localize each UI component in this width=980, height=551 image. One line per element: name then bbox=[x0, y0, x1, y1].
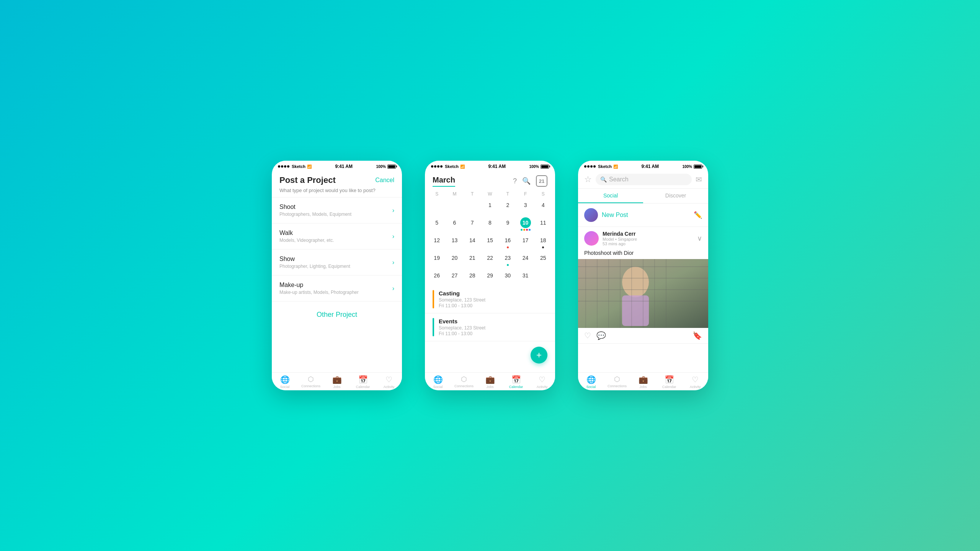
event-time-events: Fri 11:00 - 13:00 bbox=[439, 331, 485, 336]
tab-calendar-3[interactable]: 📅 Calendar bbox=[656, 375, 682, 389]
cal-cell-3[interactable]: 3 bbox=[516, 198, 534, 215]
bookmark-icon[interactable]: 🔖 bbox=[693, 331, 702, 340]
project-sub-shoot: Photographers, Models, Equipment bbox=[279, 212, 351, 217]
event-casting[interactable]: Casting Someplace, 123 Street Fri 11:00 … bbox=[425, 285, 555, 313]
cal-cell-19[interactable]: 19 bbox=[428, 251, 446, 268]
post-user-info: Merinda Cerr Model • Singapore 53 mins a… bbox=[603, 231, 693, 246]
tab-social-3[interactable]: 🌐 Social bbox=[578, 375, 604, 389]
social-icon-3: 🌐 bbox=[586, 375, 596, 384]
cal-cell-26[interactable]: 26 bbox=[428, 269, 446, 285]
signal-dot-3-1 bbox=[584, 165, 586, 168]
cal-num-11: 11 bbox=[538, 217, 549, 228]
fab-add-button[interactable]: + bbox=[531, 347, 547, 364]
cal-days-header: S M T W T F S bbox=[425, 190, 555, 198]
tab-connections-2[interactable]: ⬡ Connections bbox=[451, 375, 477, 389]
cal-cell-8[interactable]: 8 bbox=[481, 216, 499, 233]
like-icon[interactable]: ♡ bbox=[584, 331, 591, 340]
cal-cell-31[interactable]: 31 bbox=[516, 269, 534, 285]
cal-cell-2[interactable]: 2 bbox=[499, 198, 516, 215]
project-title-walk: Walk bbox=[279, 230, 334, 236]
cal-num-27: 27 bbox=[449, 270, 460, 281]
post-chevron-icon[interactable]: ∨ bbox=[697, 234, 702, 243]
project-item-makeup[interactable]: Make-up Make-up artists, Models, Photogr… bbox=[272, 276, 402, 302]
cal-cell-10[interactable]: 10 bbox=[516, 216, 534, 233]
cal-cell-27[interactable]: 27 bbox=[446, 269, 463, 285]
edit-icon[interactable]: ✏️ bbox=[694, 211, 702, 219]
tab-social-1[interactable]: 🌐 Social bbox=[272, 375, 298, 389]
tab-social-2[interactable]: 🌐 Social bbox=[425, 375, 451, 389]
social-icon-1: 🌐 bbox=[280, 375, 290, 384]
cal-icons: ? 🔍 21 bbox=[513, 175, 547, 187]
cal-cell-12[interactable]: 12 bbox=[428, 233, 446, 250]
cal-cell-21[interactable]: 21 bbox=[464, 251, 481, 268]
cal-cell-23[interactable]: 23 bbox=[499, 251, 516, 268]
cal-dots-16 bbox=[507, 246, 509, 249]
project-item-shoot[interactable]: Shoot Photographers, Models, Equipment › bbox=[272, 197, 402, 223]
svg-rect-2 bbox=[622, 295, 649, 326]
network-label-2: Sketch bbox=[445, 164, 459, 169]
cal-cell-30[interactable]: 30 bbox=[499, 269, 516, 285]
project-item-walk[interactable]: Walk Models, Videographer, etc. › bbox=[272, 223, 402, 249]
cal-cell-11[interactable]: 11 bbox=[534, 216, 552, 233]
search-icon-cal[interactable]: 🔍 bbox=[522, 177, 531, 185]
cal-num-22: 22 bbox=[485, 253, 495, 263]
cal-cell-empty-2 bbox=[446, 198, 463, 215]
tab-calendar-1[interactable]: 📅 Calendar bbox=[350, 375, 376, 389]
cal-cell-7[interactable]: 7 bbox=[464, 216, 481, 233]
signal-dot-1 bbox=[278, 165, 280, 168]
tab-activity-3[interactable]: ♡ Activity bbox=[682, 375, 708, 389]
project-item-walk-text: Walk Models, Videographer, etc. bbox=[279, 230, 334, 243]
search-bar[interactable]: 🔍 Search bbox=[596, 174, 692, 185]
tab-label-calendar-2: Calendar bbox=[509, 385, 523, 389]
star-icon[interactable]: ☆ bbox=[584, 174, 592, 184]
day-badge[interactable]: 21 bbox=[536, 175, 547, 187]
other-project-button[interactable]: Other Project bbox=[272, 302, 402, 328]
post-user-avatar[interactable] bbox=[584, 231, 599, 246]
cal-num-16: 16 bbox=[502, 235, 513, 246]
tab-activity-2[interactable]: ♡ Activity bbox=[529, 375, 555, 389]
jobs-icon-3: 💼 bbox=[639, 375, 648, 384]
cal-cell-25[interactable]: 25 bbox=[534, 251, 552, 268]
event-events[interactable]: Events Someplace, 123 Street Fri 11:00 -… bbox=[425, 313, 555, 341]
cal-cell-14[interactable]: 14 bbox=[464, 233, 481, 250]
day-t1: T bbox=[464, 190, 481, 198]
tab-connections-1[interactable]: ⬡ Connections bbox=[298, 375, 324, 389]
cal-cell-13[interactable]: 13 bbox=[446, 233, 463, 250]
event-casting-info: Casting Someplace, 123 Street Fri 11:00 … bbox=[439, 290, 485, 308]
post-actions: ♡ 💬 🔖 bbox=[578, 328, 708, 343]
cancel-button[interactable]: Cancel bbox=[375, 177, 394, 184]
tab-social-feed[interactable]: Social bbox=[578, 189, 643, 203]
project-item-show[interactable]: Show Photographer, Lighting, Equipment › bbox=[272, 249, 402, 276]
new-post-button[interactable]: New Post bbox=[602, 212, 628, 218]
cal-cell-1[interactable]: 1 bbox=[481, 198, 499, 215]
cal-cell-24[interactable]: 24 bbox=[516, 251, 534, 268]
project-title-shoot: Shoot bbox=[279, 204, 351, 210]
cal-cell-5[interactable]: 5 bbox=[428, 216, 446, 233]
cal-cell-20[interactable]: 20 bbox=[446, 251, 463, 268]
battery-area-1: 100% bbox=[376, 165, 396, 169]
cal-cell-18[interactable]: 18 bbox=[534, 233, 552, 250]
tab-jobs-2[interactable]: 💼 Jobs bbox=[477, 375, 503, 389]
cal-cell-9[interactable]: 9 bbox=[499, 216, 516, 233]
battery-area-2: 100% bbox=[529, 165, 549, 169]
cal-cell-28[interactable]: 28 bbox=[464, 269, 481, 285]
cal-cell-16[interactable]: 16 bbox=[499, 233, 516, 250]
cal-cell-29[interactable]: 29 bbox=[481, 269, 499, 285]
tab-label-social-1: Social bbox=[280, 385, 290, 389]
tab-jobs-1[interactable]: 💼 Jobs bbox=[324, 375, 350, 389]
comment-icon[interactable]: 💬 bbox=[596, 331, 606, 340]
cal-cell-15[interactable]: 15 bbox=[481, 233, 499, 250]
tab-calendar-2[interactable]: 📅 Calendar bbox=[503, 375, 529, 389]
help-icon[interactable]: ? bbox=[513, 177, 517, 185]
cal-cell-6[interactable]: 6 bbox=[446, 216, 463, 233]
cal-cell-4[interactable]: 4 bbox=[534, 198, 552, 215]
tab-discover[interactable]: Discover bbox=[643, 189, 708, 203]
cal-cell-22[interactable]: 22 bbox=[481, 251, 499, 268]
signal-dot-3 bbox=[284, 165, 286, 168]
tab-jobs-3[interactable]: 💼 Jobs bbox=[630, 375, 656, 389]
cal-cell-empty-1 bbox=[428, 198, 446, 215]
cal-cell-17[interactable]: 17 bbox=[516, 233, 534, 250]
mail-icon[interactable]: ✉ bbox=[696, 175, 702, 184]
tab-activity-1[interactable]: ♡ Activity bbox=[376, 375, 402, 389]
tab-connections-3[interactable]: ⬡ Connections bbox=[604, 375, 630, 389]
